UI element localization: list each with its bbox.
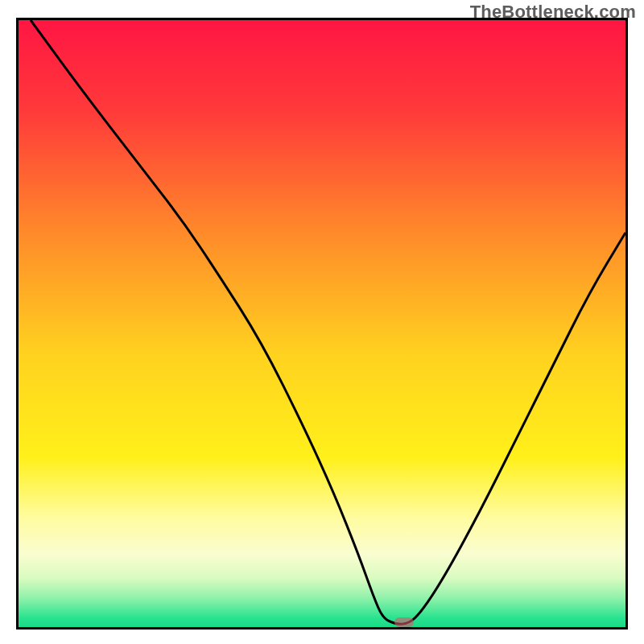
plot-area <box>16 18 628 630</box>
chart-container: TheBottleneck.com <box>0 0 644 644</box>
gradient-background <box>19 20 625 627</box>
chart-svg <box>19 20 625 627</box>
minimum-marker <box>394 617 414 627</box>
